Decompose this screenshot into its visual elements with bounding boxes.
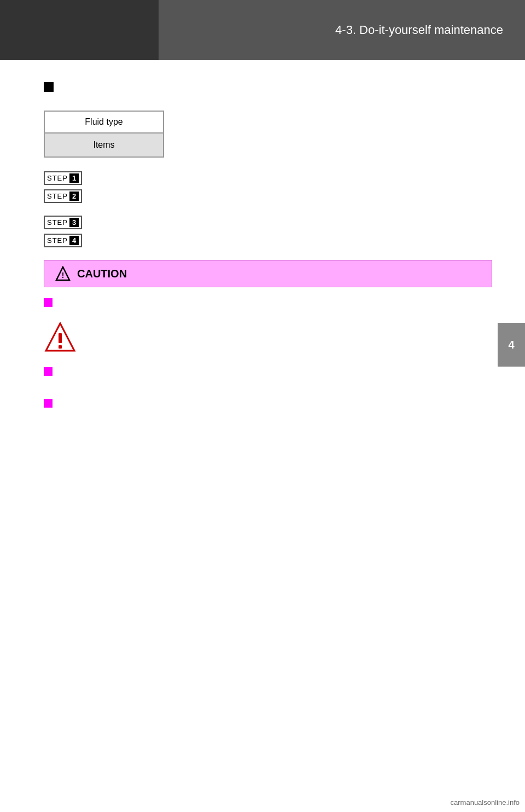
pink-bullet-2 bbox=[44, 367, 52, 376]
page-header: 4-3. Do-it-yourself maintenance bbox=[0, 0, 525, 60]
caution-section-3 bbox=[44, 399, 492, 411]
fluid-table-header: Fluid type bbox=[45, 112, 163, 134]
warning-icon-container bbox=[44, 321, 492, 356]
caution-text-3 bbox=[56, 399, 492, 411]
main-content: 4 Fluid type Items STEP 1 STEP 2 STEP 3 bbox=[0, 60, 525, 812]
caution-text-1 bbox=[56, 298, 492, 310]
warning-triangle-icon bbox=[44, 321, 77, 354]
step-4-badge: STEP 4 bbox=[44, 234, 82, 247]
step-2-line: STEP 2 bbox=[44, 189, 492, 203]
section-bullet-black bbox=[44, 82, 54, 92]
step-2-badge: STEP 2 bbox=[44, 189, 82, 203]
caution-label: CAUTION bbox=[77, 268, 127, 280]
step-1-line: STEP 1 bbox=[44, 171, 492, 185]
footer-watermark: carmanualsonline.info bbox=[451, 798, 520, 807]
caution-banner: ! CAUTION bbox=[44, 260, 492, 287]
header-left-panel bbox=[0, 0, 159, 60]
caution-triangle-icon: ! bbox=[55, 266, 71, 281]
step-3-line: STEP 3 bbox=[44, 216, 492, 229]
caution-section-1 bbox=[44, 298, 492, 310]
pink-bullet-3 bbox=[44, 399, 52, 408]
svg-text:!: ! bbox=[62, 271, 65, 280]
svg-rect-3 bbox=[59, 333, 62, 343]
caution-section-2 bbox=[44, 367, 492, 379]
step-4-line: STEP 4 bbox=[44, 234, 492, 247]
step-3-badge: STEP 3 bbox=[44, 216, 82, 229]
chapter-number: 4 bbox=[508, 339, 514, 351]
fluid-type-table: Fluid type Items bbox=[44, 111, 164, 158]
page-title: 4-3. Do-it-yourself maintenance bbox=[335, 23, 503, 37]
fluid-table-body: Items bbox=[45, 134, 163, 156]
step-1-badge: STEP 1 bbox=[44, 171, 82, 185]
svg-rect-4 bbox=[59, 345, 62, 349]
pink-bullet-1 bbox=[44, 298, 52, 307]
caution-text-2 bbox=[56, 367, 492, 379]
chapter-tab: 4 bbox=[498, 323, 525, 367]
